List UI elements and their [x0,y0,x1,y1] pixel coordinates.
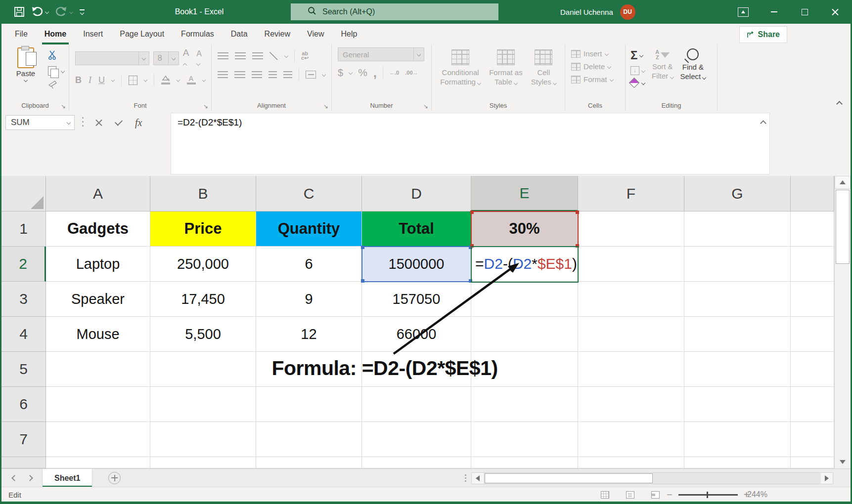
cell-F4[interactable] [578,317,684,352]
number-format-combo[interactable]: General [338,47,424,61]
cell-G7[interactable] [684,422,791,457]
cell-E4[interactable] [471,317,578,352]
cell-C1[interactable]: Quantity [256,211,362,247]
cell-G4[interactable] [684,317,791,352]
cell-H2[interactable] [791,247,834,282]
avatar[interactable]: DU [620,4,635,20]
cell-G3[interactable] [684,282,791,317]
horizontal-scrollbar[interactable] [471,472,833,484]
enter-icon[interactable] [115,118,123,126]
scroll-left-icon[interactable] [472,473,484,484]
next-sheet-icon[interactable] [27,475,33,481]
cell-H5[interactable] [791,352,834,387]
vertical-scrollbar-thumb[interactable] [836,190,850,264]
normal-view-icon[interactable] [601,491,609,499]
col-header-extra[interactable] [791,176,834,211]
font-size-combo[interactable]: 8 [153,51,179,65]
cut-icon[interactable] [48,50,58,62]
cell-F8[interactable] [578,457,684,468]
font-name-combo[interactable] [75,51,149,65]
tab-page-layout[interactable]: Page Layout [111,24,173,44]
cell-G6[interactable] [684,387,791,422]
find-select-button[interactable]: Find & Select [680,48,706,86]
formula-bar-splitter[interactable] [82,117,84,119]
tab-insert[interactable]: Insert [75,24,111,44]
cell-E7[interactable] [471,422,578,457]
cell-F2[interactable] [578,247,684,282]
cancel-icon[interactable] [95,119,102,126]
cell-F6[interactable] [578,387,684,422]
col-header-E[interactable]: E [471,176,578,211]
new-sheet-button[interactable] [108,472,121,484]
select-all-button[interactable] [1,176,46,211]
cell-F3[interactable] [578,282,684,317]
tab-file[interactable]: File [6,24,36,44]
cell-B6[interactable] [150,387,256,422]
cell-A4[interactable]: Mouse [46,317,150,352]
save-icon[interactable] [14,7,24,17]
page-break-view-icon[interactable] [651,491,660,499]
tab-review[interactable]: Review [256,24,299,44]
cell-C2[interactable]: 6 [256,247,362,282]
cell-E2-formula[interactable]: =D2-(D2*$E$1) [471,247,578,282]
clipboard-dialog-launcher-icon[interactable]: ↘ [61,103,66,110]
close-button[interactable] [820,0,851,24]
zoom-level[interactable]: 244% [747,490,767,499]
paste-button[interactable]: Paste [8,47,43,91]
cell-H1[interactable] [791,211,834,247]
cell-B8[interactable] [150,457,256,468]
autosum-icon[interactable]: Σ [630,48,637,62]
share-button[interactable]: Share [739,26,787,43]
tab-scroll-splitter[interactable] [465,477,466,479]
row-header-1[interactable]: 1 [1,211,46,247]
cell-E3[interactable] [471,282,578,317]
cell-D4[interactable]: 66000 [362,317,471,352]
cell-G2[interactable] [684,247,791,282]
cell-H8[interactable] [791,457,834,468]
number-dialog-launcher-icon[interactable]: ↘ [423,103,428,110]
horizontal-scrollbar-thumb[interactable] [485,473,653,483]
insert-function-icon[interactable]: fx [135,117,142,128]
zoom-slider-thumb[interactable] [707,492,708,498]
collapse-ribbon-icon[interactable] [836,101,843,107]
tab-view[interactable]: View [299,24,332,44]
customize-qat-icon[interactable] [80,9,85,14]
cell-C6[interactable] [256,387,362,422]
alignment-dialog-launcher-icon[interactable]: ↘ [323,103,328,110]
cell-A2[interactable]: Laptop [46,247,150,282]
ribbon-display-options-button[interactable] [728,0,759,24]
row-header-2[interactable]: 2 [1,247,46,282]
col-header-D[interactable]: D [362,176,471,211]
prev-sheet-icon[interactable] [11,475,18,481]
cell-D2[interactable]: 1500000 [362,247,471,282]
zoom-slider[interactable] [678,494,738,496]
tab-formulas[interactable]: Formulas [173,24,223,44]
cell-B4[interactable]: 5,500 [150,317,256,352]
vertical-scrollbar[interactable] [834,176,851,468]
row-header-7[interactable]: 7 [1,422,46,457]
zoom-out-icon[interactable]: − [667,489,673,501]
cell-G8[interactable] [684,457,791,468]
cell-A7[interactable] [46,422,150,457]
cell-A6[interactable] [46,387,150,422]
undo-dropdown-icon[interactable] [45,10,49,14]
scroll-down-icon[interactable] [835,456,851,468]
clear-icon[interactable] [629,78,639,88]
tab-data[interactable]: Data [223,24,256,44]
cell-H7[interactable] [791,422,834,457]
cell-H3[interactable] [791,282,834,317]
cell-D8[interactable] [362,457,471,468]
cell-D1[interactable]: Total [362,211,471,247]
name-box[interactable]: SUM [5,115,75,130]
tab-home[interactable]: Home [36,24,75,44]
cell-E8[interactable] [471,457,578,468]
cell-A8[interactable] [46,457,150,468]
col-header-B[interactable]: B [150,176,256,211]
maximize-button[interactable] [789,0,820,24]
cell-A3[interactable]: Speaker [46,282,150,317]
format-painter-icon[interactable] [48,80,58,91]
account-area[interactable]: Daniel Uchenna DU [560,0,635,24]
cell-C4[interactable]: 12 [256,317,362,352]
undo-icon[interactable] [31,6,48,17]
cell-G1[interactable] [684,211,791,247]
